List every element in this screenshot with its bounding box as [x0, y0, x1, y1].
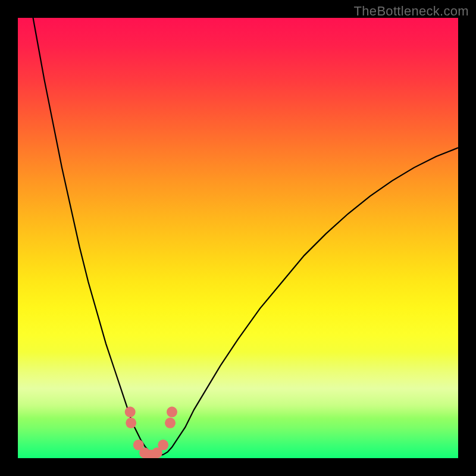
- curve-marker: [167, 406, 177, 417]
- curve-marker: [126, 418, 136, 428]
- curve-marker: [165, 418, 176, 428]
- watermark-text: TheBottleneck.com: [354, 4, 469, 19]
- curve-marker: [158, 440, 168, 450]
- curve-marker: [125, 406, 136, 417]
- chart-frame: TheBottleneck.com: [0, 0, 476, 476]
- curve-svg: [18, 18, 458, 458]
- bottleneck-curve: [18, 18, 458, 456]
- plot-area: [18, 18, 458, 458]
